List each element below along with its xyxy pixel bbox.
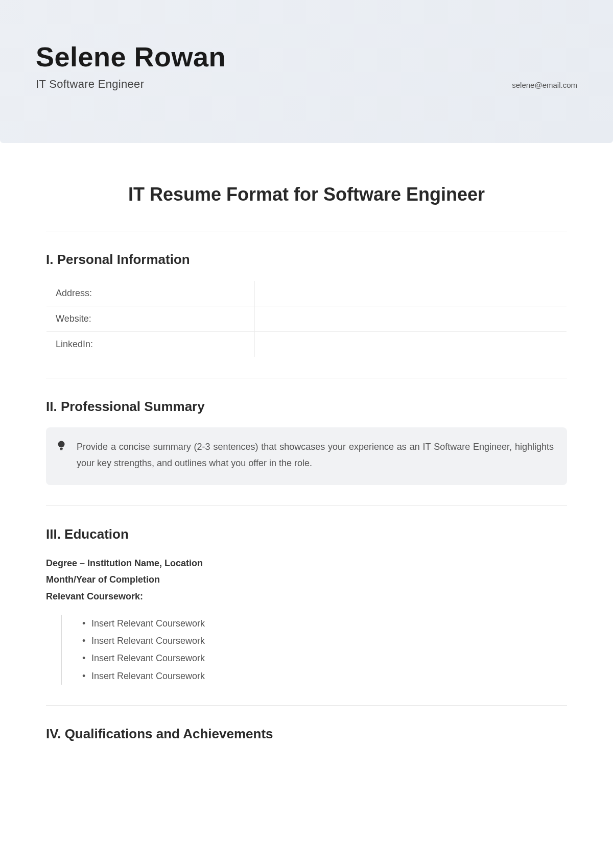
edu-degree-line: Degree – Institution Name, Location xyxy=(46,555,567,571)
list-item: Insert Relevant Coursework xyxy=(82,615,567,632)
svg-rect-1 xyxy=(60,448,63,449)
page-title: IT Resume Format for Software Engineer xyxy=(46,184,567,205)
section-qualifications-title: IV. Qualifications and Achievements xyxy=(46,726,567,742)
lightbulb-icon xyxy=(56,438,66,458)
divider xyxy=(46,231,567,231)
summary-callout: Provide a concise summary (2-3 sentences… xyxy=(46,427,567,485)
table-row: LinkedIn: xyxy=(46,332,567,357)
label-linkedin: LinkedIn: xyxy=(46,332,255,357)
value-address[interactable] xyxy=(254,281,567,306)
svg-point-0 xyxy=(58,441,65,448)
edu-date-line: Month/Year of Completion xyxy=(46,571,567,588)
list-item: Insert Relevant Coursework xyxy=(82,632,567,649)
label-address: Address: xyxy=(46,281,255,306)
table-row: Address: xyxy=(46,281,567,306)
applicant-email: selene@email.com xyxy=(512,81,577,89)
resume-header: Selene Rowan IT Software Engineer selene… xyxy=(0,0,613,143)
table-row: Website: xyxy=(46,306,567,332)
list-item: Insert Relevant Coursework xyxy=(82,667,567,685)
divider xyxy=(46,705,567,706)
edu-coursework-label: Relevant Coursework: xyxy=(46,588,567,605)
coursework-list: Insert Relevant Coursework Insert Releva… xyxy=(61,615,567,685)
applicant-name: Selene Rowan xyxy=(36,41,577,73)
summary-text: Provide a concise summary (2-3 sentences… xyxy=(77,442,554,468)
value-website[interactable] xyxy=(254,306,567,332)
resume-body: IT Resume Format for Software Engineer I… xyxy=(0,143,613,775)
svg-rect-2 xyxy=(60,449,63,450)
value-linkedin[interactable] xyxy=(254,332,567,357)
section-summary-title: II. Professional Summary xyxy=(46,399,567,415)
section-personal-title: I. Personal Information xyxy=(46,252,567,268)
section-education-title: III. Education xyxy=(46,526,567,542)
divider xyxy=(46,505,567,506)
applicant-subtitle: IT Software Engineer xyxy=(36,78,144,91)
header-row: IT Software Engineer selene@email.com xyxy=(36,78,577,91)
divider xyxy=(46,378,567,378)
list-item: Insert Relevant Coursework xyxy=(82,649,567,667)
label-website: Website: xyxy=(46,306,255,332)
education-lines: Degree – Institution Name, Location Mont… xyxy=(46,555,567,605)
personal-info-table: Address: Website: LinkedIn: xyxy=(46,280,567,357)
